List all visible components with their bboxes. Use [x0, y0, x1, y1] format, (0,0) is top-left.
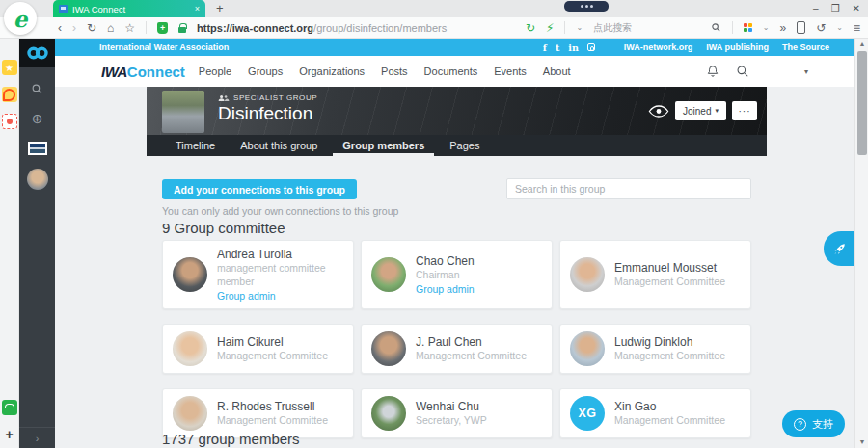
nav-item-about[interactable]: About: [543, 66, 571, 77]
rail-add-icon[interactable]: ⊕: [32, 111, 43, 126]
member-role: Management Committee: [614, 350, 725, 363]
member-avatar[interactable]: [173, 257, 207, 292]
facebook-icon[interactable]: f: [543, 42, 547, 53]
member-card[interactable]: Wenhai Chu Secretary, YWP: [361, 388, 553, 438]
profile-caret-icon[interactable]: ▾: [804, 67, 808, 76]
window-close-icon[interactable]: ✕: [853, 1, 860, 15]
iwa-org-label: International Water Association: [99, 42, 229, 52]
scroll-down-icon[interactable]: ▼: [855, 436, 868, 448]
member-card[interactable]: Ludwig Dinkloh Management Committee: [559, 324, 751, 374]
more-options-button[interactable]: ···: [732, 101, 757, 120]
reload-icon[interactable]: ↻: [87, 22, 96, 34]
undo-caret-icon[interactable]: ⌄: [836, 23, 843, 32]
page-scrollbar[interactable]: ▲ ▼: [854, 39, 868, 448]
rail-expand-icon[interactable]: ›: [19, 427, 55, 444]
rail-search-icon[interactable]: [31, 83, 43, 95]
member-card[interactable]: Haim Cikurel Management Committee: [162, 324, 354, 374]
member-name: Andrea Turolla: [217, 248, 343, 262]
address-search-hint[interactable]: 点此搜索: [593, 21, 632, 35]
member-avatar[interactable]: [371, 257, 406, 292]
member-card[interactable]: Chao Chen Chairman Group admin: [361, 240, 553, 309]
feedback-rocket-tab[interactable]: [824, 231, 854, 266]
committee-heading: 9 Group committee: [162, 220, 285, 236]
member-avatar[interactable]: [570, 257, 605, 292]
tab-pages[interactable]: Pages: [449, 135, 479, 156]
joined-button[interactable]: Joined▾: [675, 101, 726, 120]
search-engine-caret-icon[interactable]: ⌄: [576, 23, 583, 32]
tab-group-members[interactable]: Group members: [342, 135, 424, 156]
undo-closed-tab-icon[interactable]: ↺: [816, 22, 826, 34]
nav-item-groups[interactable]: Groups: [248, 66, 283, 77]
scrollbar-thumb[interactable]: [857, 51, 867, 155]
group-admin-link[interactable]: Group admin: [416, 283, 475, 295]
mobile-sync-icon[interactable]: [797, 21, 805, 34]
extensions-overflow-icon[interactable]: »: [780, 22, 787, 34]
member-avatar[interactable]: [173, 396, 207, 431]
link-iwa-publishing[interactable]: IWA publishing: [706, 42, 769, 52]
nav-item-documents[interactable]: Documents: [424, 66, 478, 77]
member-card[interactable]: Emmanuel Mousset Management Committee: [559, 240, 751, 309]
https-lock-icon[interactable]: [178, 27, 186, 33]
favorites-star-icon[interactable]: ★: [2, 60, 17, 75]
window-minimize-icon[interactable]: –: [813, 1, 819, 15]
weibo-icon[interactable]: [2, 87, 17, 102]
member-avatar-initials[interactable]: XG: [570, 396, 605, 431]
notifications-bell-icon[interactable]: [706, 65, 719, 78]
add-sidebar-app-icon[interactable]: +: [2, 427, 17, 442]
member-role: Management Committee: [416, 350, 527, 363]
rail-thumbnail[interactable]: [28, 142, 47, 155]
tab-preview-widget[interactable]: [564, 1, 609, 12]
toolbar-search-icon[interactable]: [711, 22, 721, 33]
tab-timeline[interactable]: Timeline: [176, 135, 215, 156]
twitter-icon[interactable]: t: [556, 42, 559, 53]
back-icon[interactable]: ‹: [58, 22, 62, 34]
nav-item-people[interactable]: People: [199, 66, 231, 77]
member-avatar[interactable]: [371, 396, 406, 431]
tab-close-icon[interactable]: ×: [195, 4, 200, 13]
linkedin-icon[interactable]: in: [568, 42, 579, 53]
nav-item-events[interactable]: Events: [494, 66, 527, 77]
site-search-icon[interactable]: [736, 65, 749, 78]
auto-refresh-icon[interactable]: ↻: [526, 22, 535, 34]
bookmark-star-icon[interactable]: ☆: [124, 22, 135, 34]
browser-logo[interactable]: e: [4, 2, 37, 35]
shopping-bag-icon[interactable]: [2, 400, 17, 415]
tab-about-this-group[interactable]: About this group: [240, 135, 317, 156]
add-connections-button[interactable]: Add your connections to this group: [162, 179, 357, 199]
forward-icon[interactable]: ›: [72, 22, 76, 34]
group-admin-link[interactable]: Group admin: [217, 290, 343, 302]
browser-menu-icon[interactable]: ≡: [854, 22, 860, 34]
member-card[interactable]: Andrea Turolla management committee memb…: [162, 240, 354, 309]
browser-tab[interactable]: IWA Connect ×: [53, 0, 205, 17]
screenshot-capture-icon[interactable]: [2, 114, 17, 129]
link-iwa-network[interactable]: IWA-network.org: [624, 42, 693, 52]
member-avatar[interactable]: [570, 331, 605, 366]
member-avatar[interactable]: [371, 331, 406, 366]
speed-bolt-icon[interactable]: ⚡: [546, 22, 554, 34]
committee-grid: Andrea Turolla management committee memb…: [162, 240, 751, 438]
apps-grid-icon[interactable]: [744, 23, 752, 32]
member-name: Wenhai Chu: [416, 400, 487, 414]
window-restore-icon[interactable]: ❐: [831, 1, 840, 15]
home-icon[interactable]: ⌂: [107, 22, 114, 34]
new-tab-button[interactable]: +: [216, 2, 224, 15]
group-search-input[interactable]: [506, 178, 751, 199]
link-the-source[interactable]: The Source: [782, 42, 829, 52]
apps-caret-icon[interactable]: ⌄: [763, 23, 770, 32]
support-button[interactable]: ? 支持: [782, 410, 845, 437]
browser-side-toolbar: ★ +: [0, 39, 19, 448]
watch-eye-icon[interactable]: [648, 105, 669, 118]
browser-toolbar: ‹ › ↻ ⌂ ☆ + https://iwa-connect.org/grou…: [0, 17, 868, 39]
iwa-connect-rail-logo[interactable]: [19, 39, 55, 67]
member-card[interactable]: XG Xin Gao Management Committee: [559, 388, 751, 438]
instagram-icon[interactable]: [587, 43, 595, 51]
nav-item-posts[interactable]: Posts: [381, 66, 408, 77]
nav-item-organizations[interactable]: Organizations: [299, 66, 365, 77]
iwa-connect-logo[interactable]: IWAConnect: [101, 64, 185, 80]
member-avatar[interactable]: [173, 331, 207, 366]
address-bar[interactable]: https://iwa-connect.org/group/disinfecti…: [197, 22, 447, 34]
scroll-up-icon[interactable]: ▲: [855, 39, 868, 50]
member-card[interactable]: J. Paul Chen Management Committee: [361, 324, 553, 374]
security-shield-icon[interactable]: +: [157, 22, 168, 34]
rail-user-avatar[interactable]: [27, 169, 48, 190]
